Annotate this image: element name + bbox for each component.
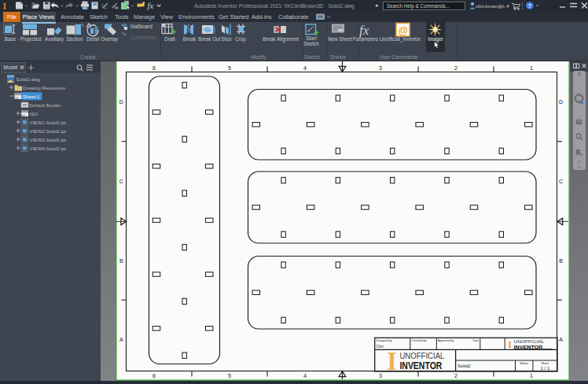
svg-text:4: 4 — [303, 65, 307, 71]
svg-text:A: A — [119, 337, 123, 342]
svg-text:I: I — [3, 1, 7, 12]
svg-text:Date: Date — [472, 339, 479, 342]
svg-text:3: 3 — [379, 373, 382, 378]
svg-text:INVENTOR: INVENTOR — [514, 344, 544, 349]
svg-text:1 / 1: 1 / 1 — [541, 366, 550, 371]
svg-text:@: @ — [398, 24, 408, 36]
svg-text:?: ? — [528, 2, 532, 9]
svg-text:1: 1 — [530, 65, 533, 71]
svg-text:fx: fx — [148, 2, 154, 10]
svg-text:6: 6 — [153, 373, 156, 378]
svg-text:3: 3 — [379, 65, 382, 71]
svg-text:2: 2 — [454, 65, 458, 71]
svg-text:UNOFFICIAL: UNOFFICIAL — [399, 351, 444, 360]
svg-text:B: B — [119, 258, 123, 264]
svg-text:Checked by: Checked by — [412, 339, 427, 342]
svg-text:Designed by: Designed by — [377, 339, 392, 342]
svg-text:Solid2.dwg: Solid2.dwg — [17, 76, 41, 82]
svg-text:A: A — [559, 337, 563, 342]
svg-text:Sheet: Sheet — [542, 362, 549, 365]
svg-text:VIEW4:Solid2.ipt: VIEW4:Solid2.ipt — [30, 146, 67, 151]
svg-text:C: C — [119, 179, 123, 184]
svg-text:Default Border: Default Border — [30, 102, 61, 108]
svg-text:Sheet:1: Sheet:1 — [23, 94, 40, 99]
svg-text:Model: Model — [4, 65, 18, 70]
svg-text:Edition: Edition — [520, 362, 528, 365]
svg-text:Drawing Resources: Drawing Resources — [23, 85, 65, 90]
svg-text:D: D — [119, 99, 123, 105]
svg-text:2: 2 — [454, 373, 458, 378]
svg-text:5: 5 — [228, 373, 231, 378]
svg-text:C: C — [559, 179, 563, 184]
svg-text:Approved by: Approved by — [438, 339, 454, 342]
svg-text:VIEW2:Solid2.ipt: VIEW2:Solid2.ipt — [30, 128, 67, 134]
svg-text:Solid2: Solid2 — [458, 364, 471, 368]
svg-text:D: D — [559, 99, 563, 105]
svg-text:INVENTOR: INVENTOR — [399, 360, 442, 371]
svg-text:Clint: Clint — [377, 345, 384, 349]
svg-text:1: 1 — [530, 373, 533, 378]
svg-text:VIEW1:Solid2.ipt: VIEW1:Solid2.ipt — [30, 120, 67, 125]
svg-text:VIEW3:Solid2.ipt: VIEW3:Solid2.ipt — [30, 137, 67, 142]
svg-text:B: B — [559, 258, 563, 264]
svg-text:4: 4 — [303, 373, 307, 378]
svg-text:6: 6 — [153, 65, 156, 71]
svg-text:ISO: ISO — [30, 111, 39, 116]
svg-text:I: I — [387, 347, 397, 375]
svg-text:I: I — [508, 338, 512, 350]
svg-text:5: 5 — [228, 65, 231, 71]
